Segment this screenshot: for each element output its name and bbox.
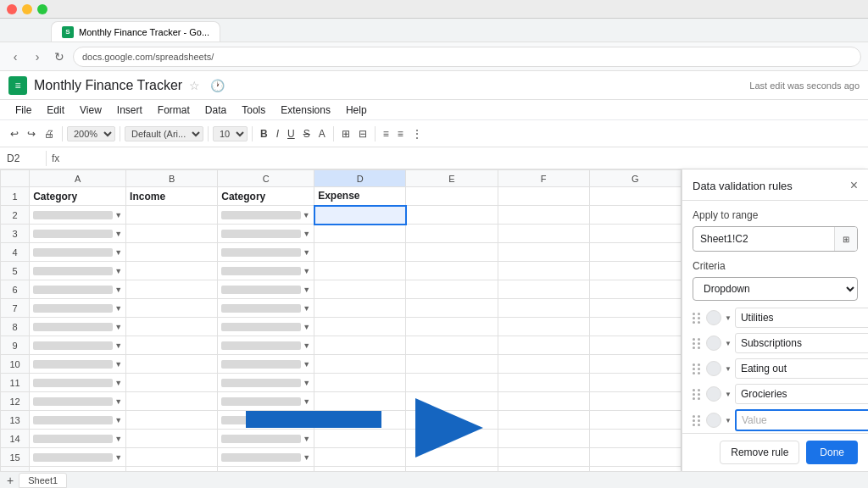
cell-G12[interactable] [589,392,681,411]
cell-E15[interactable] [406,448,498,467]
cell-C9[interactable]: ▼ [218,336,314,355]
font-size-select[interactable]: 101112 [213,126,248,141]
cell-c1[interactable]: Category [218,187,314,206]
validation-item-input[interactable] [735,358,868,379]
color-circle[interactable] [706,310,721,325]
cell-f2[interactable] [498,206,589,225]
cell-E12[interactable] [406,392,498,411]
undo-button[interactable]: ↩ [7,126,22,141]
cell-a2[interactable]: ▼ [30,206,126,225]
cell-G13[interactable] [589,411,681,430]
validation-item-input[interactable] [735,308,868,328]
color-circle[interactable] [706,336,721,351]
cell-reference[interactable]: D2 [7,152,41,164]
cell-C13[interactable]: ▼ [218,411,314,430]
cell-B7[interactable] [126,299,218,318]
cell-C6[interactable]: ▼ [218,280,314,299]
col-header-b[interactable]: B [126,170,218,187]
cell-D5[interactable] [314,262,406,280]
drag-handle-icon[interactable] [693,389,701,400]
cell-E4[interactable] [406,243,498,262]
done-button[interactable]: Done [806,441,858,464]
cell-A11[interactable]: ▼ [30,374,126,392]
cell-C3[interactable]: ▼ [218,225,314,243]
bold-button[interactable]: B [257,126,271,141]
cell-F15[interactable] [498,448,589,467]
menu-help[interactable]: Help [339,103,374,118]
color-dropdown-icon[interactable]: ▼ [725,340,732,347]
cell-D9[interactable] [314,336,406,355]
range-input[interactable] [693,229,834,249]
cell-C7[interactable]: ▼ [218,299,314,318]
menu-extensions[interactable]: Extensions [274,103,337,118]
menu-format[interactable]: Format [151,103,197,118]
refresh-button[interactable]: ↻ [51,48,68,65]
col-header-c[interactable]: C [218,170,314,187]
cell-C4[interactable]: ▼ [218,243,314,262]
cell-A4[interactable]: ▼ [30,243,126,262]
color-circle[interactable] [706,386,721,402]
formula-input[interactable] [64,152,861,164]
menu-insert[interactable]: Insert [110,103,149,118]
align-left-button[interactable]: ≡ [380,126,392,141]
cell-b1[interactable]: Income [126,187,218,206]
add-sheet-button[interactable]: + [7,474,14,487]
col-header-g[interactable]: G [589,170,681,187]
cell-B10[interactable] [126,355,218,374]
cell-A8[interactable]: ▼ [30,318,126,336]
cell-g2[interactable] [589,206,681,225]
close-button[interactable] [7,4,17,14]
cell-A14[interactable]: ▼ [30,430,126,448]
cell-D14[interactable] [314,430,406,448]
cell-F5[interactable] [498,262,589,280]
cell-A15[interactable]: ▼ [30,448,126,467]
fullscreen-button[interactable] [37,4,47,14]
cell-F3[interactable] [498,225,589,243]
cell-D10[interactable] [314,355,406,374]
cell-A13[interactable]: ▼ [30,411,126,430]
minimize-button[interactable] [22,4,32,14]
cell-E3[interactable] [406,225,498,243]
cell-G6[interactable] [589,280,681,299]
menu-file[interactable]: File [8,103,38,118]
cell-e2[interactable] [406,206,498,225]
panel-close-button[interactable]: × [850,178,858,193]
cell-F6[interactable] [498,280,589,299]
cell-D4[interactable] [314,243,406,262]
borders-button[interactable]: ⊞ [338,126,353,141]
cell-G7[interactable] [589,299,681,318]
text-color-button[interactable]: A [315,126,329,141]
cell-B6[interactable] [126,280,218,299]
range-grid-button[interactable]: ⊞ [834,227,857,251]
cell-F13[interactable] [498,411,589,430]
cell-a1[interactable]: Category [30,187,126,206]
cell-G9[interactable] [589,336,681,355]
cell-E9[interactable] [406,336,498,355]
validation-item-input[interactable] [735,333,868,353]
doc-title[interactable]: Monthly Finance Tracker [34,78,182,93]
menu-edit[interactable]: Edit [40,103,71,118]
print-button[interactable]: 🖨 [41,126,58,141]
cell-E14[interactable] [406,430,498,448]
drag-handle-icon[interactable] [693,313,701,324]
cell-F7[interactable] [498,299,589,318]
cell-D6[interactable] [314,280,406,299]
strikethrough-button[interactable]: S [300,126,314,141]
cell-G4[interactable] [589,243,681,262]
menu-data[interactable]: Data [198,103,233,118]
cell-F10[interactable] [498,355,589,374]
menu-view[interactable]: View [73,103,108,118]
cell-A5[interactable]: ▼ [30,262,126,280]
cell-F11[interactable] [498,374,589,392]
cell-C15[interactable]: ▼ [218,448,314,467]
cell-D13[interactable] [314,411,406,430]
color-dropdown-icon[interactable]: ▼ [725,417,732,424]
cell-G14[interactable] [589,430,681,448]
col-header-f[interactable]: F [498,170,589,187]
cell-f1[interactable] [498,187,589,206]
merge-button[interactable]: ⊟ [355,126,370,141]
cell-B5[interactable] [126,262,218,280]
cell-C10[interactable]: ▼ [218,355,314,374]
cell-D15[interactable] [314,448,406,467]
col-header-e[interactable]: E [406,170,498,187]
